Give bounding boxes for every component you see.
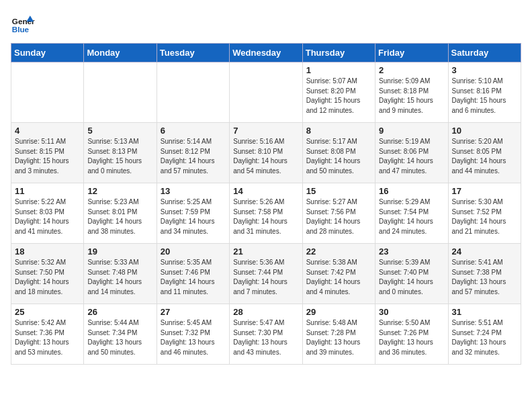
table-row: 3Sunrise: 5:10 AM Sunset: 8:16 PM Daylig… bbox=[448, 62, 521, 123]
day-info: Sunrise: 5:19 AM Sunset: 8:06 PM Dayligh… bbox=[379, 137, 444, 176]
table-row: 19Sunrise: 5:33 AM Sunset: 7:48 PM Dayli… bbox=[84, 244, 157, 304]
day-info: Sunrise: 5:16 AM Sunset: 8:10 PM Dayligh… bbox=[233, 137, 298, 176]
day-info: Sunrise: 5:41 AM Sunset: 7:38 PM Dayligh… bbox=[452, 258, 517, 297]
page-header: General Blue bbox=[11, 11, 521, 35]
day-number: 17 bbox=[452, 186, 517, 196]
day-info: Sunrise: 5:30 AM Sunset: 7:52 PM Dayligh… bbox=[452, 197, 517, 236]
day-number: 5 bbox=[87, 126, 152, 136]
table-row bbox=[157, 62, 229, 123]
table-row: 13Sunrise: 5:25 AM Sunset: 7:59 PM Dayli… bbox=[157, 183, 229, 244]
day-number: 6 bbox=[161, 126, 226, 136]
table-row: 7Sunrise: 5:16 AM Sunset: 8:10 PM Daylig… bbox=[230, 123, 302, 183]
day-number: 25 bbox=[15, 307, 80, 317]
calendar-week-row: 18Sunrise: 5:32 AM Sunset: 7:50 PM Dayli… bbox=[11, 244, 521, 304]
table-row: 17Sunrise: 5:30 AM Sunset: 7:52 PM Dayli… bbox=[448, 183, 521, 244]
table-row: 30Sunrise: 5:50 AM Sunset: 7:26 PM Dayli… bbox=[375, 304, 448, 365]
table-row: 8Sunrise: 5:17 AM Sunset: 8:08 PM Daylig… bbox=[302, 123, 375, 183]
table-row: 2Sunrise: 5:09 AM Sunset: 8:18 PM Daylig… bbox=[375, 62, 448, 123]
day-number: 18 bbox=[15, 246, 80, 257]
day-info: Sunrise: 5:44 AM Sunset: 7:34 PM Dayligh… bbox=[87, 318, 152, 357]
table-row: 20Sunrise: 5:35 AM Sunset: 7:46 PM Dayli… bbox=[157, 244, 229, 304]
table-row: 16Sunrise: 5:29 AM Sunset: 7:54 PM Dayli… bbox=[375, 183, 448, 244]
table-row: 25Sunrise: 5:42 AM Sunset: 7:36 PM Dayli… bbox=[11, 304, 84, 365]
day-number: 2 bbox=[379, 65, 444, 75]
table-row bbox=[11, 62, 84, 123]
day-number: 30 bbox=[379, 307, 444, 317]
day-info: Sunrise: 5:32 AM Sunset: 7:50 PM Dayligh… bbox=[15, 258, 80, 297]
day-number: 21 bbox=[233, 246, 298, 257]
day-info: Sunrise: 5:35 AM Sunset: 7:46 PM Dayligh… bbox=[161, 258, 226, 297]
day-info: Sunrise: 5:17 AM Sunset: 8:08 PM Dayligh… bbox=[306, 137, 371, 176]
table-row: 18Sunrise: 5:32 AM Sunset: 7:50 PM Dayli… bbox=[11, 244, 84, 304]
table-row: 11Sunrise: 5:22 AM Sunset: 8:03 PM Dayli… bbox=[11, 183, 84, 244]
day-info: Sunrise: 5:07 AM Sunset: 8:20 PM Dayligh… bbox=[306, 77, 371, 116]
table-row: 26Sunrise: 5:44 AM Sunset: 7:34 PM Dayli… bbox=[84, 304, 157, 365]
day-number: 27 bbox=[161, 307, 226, 317]
table-row: 10Sunrise: 5:20 AM Sunset: 8:05 PM Dayli… bbox=[448, 123, 521, 183]
day-number: 28 bbox=[233, 307, 298, 317]
table-row: 23Sunrise: 5:39 AM Sunset: 7:40 PM Dayli… bbox=[375, 244, 448, 304]
col-tuesday: Tuesday bbox=[157, 44, 229, 62]
table-row: 6Sunrise: 5:14 AM Sunset: 8:12 PM Daylig… bbox=[157, 123, 229, 183]
table-row: 31Sunrise: 5:51 AM Sunset: 7:24 PM Dayli… bbox=[448, 304, 521, 365]
day-number: 14 bbox=[233, 186, 298, 196]
day-info: Sunrise: 5:47 AM Sunset: 7:30 PM Dayligh… bbox=[233, 318, 298, 357]
day-number: 20 bbox=[161, 246, 226, 257]
table-row: 14Sunrise: 5:26 AM Sunset: 7:58 PM Dayli… bbox=[230, 183, 302, 244]
day-info: Sunrise: 5:36 AM Sunset: 7:44 PM Dayligh… bbox=[233, 258, 298, 297]
day-info: Sunrise: 5:48 AM Sunset: 7:28 PM Dayligh… bbox=[306, 318, 371, 357]
day-number: 29 bbox=[306, 307, 371, 317]
day-number: 12 bbox=[87, 186, 152, 196]
col-friday: Friday bbox=[375, 44, 448, 62]
day-info: Sunrise: 5:09 AM Sunset: 8:18 PM Dayligh… bbox=[379, 77, 444, 116]
calendar-week-row: 11Sunrise: 5:22 AM Sunset: 8:03 PM Dayli… bbox=[11, 183, 521, 244]
day-number: 15 bbox=[306, 186, 371, 196]
day-info: Sunrise: 5:50 AM Sunset: 7:26 PM Dayligh… bbox=[379, 318, 444, 357]
day-number: 11 bbox=[15, 186, 80, 196]
day-info: Sunrise: 5:42 AM Sunset: 7:36 PM Dayligh… bbox=[15, 318, 80, 357]
table-row: 12Sunrise: 5:23 AM Sunset: 8:01 PM Dayli… bbox=[84, 183, 157, 244]
day-number: 7 bbox=[233, 126, 298, 136]
day-number: 1 bbox=[306, 65, 371, 75]
day-number: 22 bbox=[306, 246, 371, 257]
day-number: 26 bbox=[87, 307, 152, 317]
day-number: 19 bbox=[87, 246, 152, 257]
day-info: Sunrise: 5:39 AM Sunset: 7:40 PM Dayligh… bbox=[379, 258, 444, 297]
day-number: 13 bbox=[161, 186, 226, 196]
svg-text:Blue: Blue bbox=[12, 25, 30, 34]
day-number: 23 bbox=[379, 246, 444, 257]
logo-icon: General Blue bbox=[11, 11, 35, 35]
day-number: 10 bbox=[452, 126, 517, 136]
col-wednesday: Wednesday bbox=[230, 44, 302, 62]
table-row: 15Sunrise: 5:27 AM Sunset: 7:56 PM Dayli… bbox=[302, 183, 375, 244]
day-number: 16 bbox=[379, 186, 444, 196]
day-number: 8 bbox=[306, 126, 371, 136]
table-row bbox=[230, 62, 302, 123]
table-row: 9Sunrise: 5:19 AM Sunset: 8:06 PM Daylig… bbox=[375, 123, 448, 183]
logo: General Blue bbox=[11, 11, 38, 35]
table-row: 24Sunrise: 5:41 AM Sunset: 7:38 PM Dayli… bbox=[448, 244, 521, 304]
day-number: 3 bbox=[452, 65, 517, 75]
col-saturday: Saturday bbox=[448, 44, 521, 62]
day-info: Sunrise: 5:14 AM Sunset: 8:12 PM Dayligh… bbox=[161, 137, 226, 176]
table-row: 4Sunrise: 5:11 AM Sunset: 8:15 PM Daylig… bbox=[11, 123, 84, 183]
day-info: Sunrise: 5:20 AM Sunset: 8:05 PM Dayligh… bbox=[452, 137, 517, 176]
col-sunday: Sunday bbox=[11, 44, 84, 62]
day-info: Sunrise: 5:51 AM Sunset: 7:24 PM Dayligh… bbox=[452, 318, 517, 357]
col-monday: Monday bbox=[84, 44, 157, 62]
day-info: Sunrise: 5:22 AM Sunset: 8:03 PM Dayligh… bbox=[15, 197, 80, 236]
calendar-week-row: 4Sunrise: 5:11 AM Sunset: 8:15 PM Daylig… bbox=[11, 123, 521, 183]
day-info: Sunrise: 5:13 AM Sunset: 8:13 PM Dayligh… bbox=[87, 137, 152, 176]
calendar-week-row: 1Sunrise: 5:07 AM Sunset: 8:20 PM Daylig… bbox=[11, 62, 521, 123]
table-row: 28Sunrise: 5:47 AM Sunset: 7:30 PM Dayli… bbox=[230, 304, 302, 365]
day-info: Sunrise: 5:23 AM Sunset: 8:01 PM Dayligh… bbox=[87, 197, 152, 236]
table-row: 1Sunrise: 5:07 AM Sunset: 8:20 PM Daylig… bbox=[302, 62, 375, 123]
day-info: Sunrise: 5:26 AM Sunset: 7:58 PM Dayligh… bbox=[233, 197, 298, 236]
day-info: Sunrise: 5:27 AM Sunset: 7:56 PM Dayligh… bbox=[306, 197, 371, 236]
calendar-header-row: Sunday Monday Tuesday Wednesday Thursday… bbox=[11, 44, 521, 62]
day-info: Sunrise: 5:33 AM Sunset: 7:48 PM Dayligh… bbox=[87, 258, 152, 297]
day-number: 31 bbox=[452, 307, 517, 317]
table-row: 22Sunrise: 5:38 AM Sunset: 7:42 PM Dayli… bbox=[302, 244, 375, 304]
table-row: 21Sunrise: 5:36 AM Sunset: 7:44 PM Dayli… bbox=[230, 244, 302, 304]
table-row: 5Sunrise: 5:13 AM Sunset: 8:13 PM Daylig… bbox=[84, 123, 157, 183]
